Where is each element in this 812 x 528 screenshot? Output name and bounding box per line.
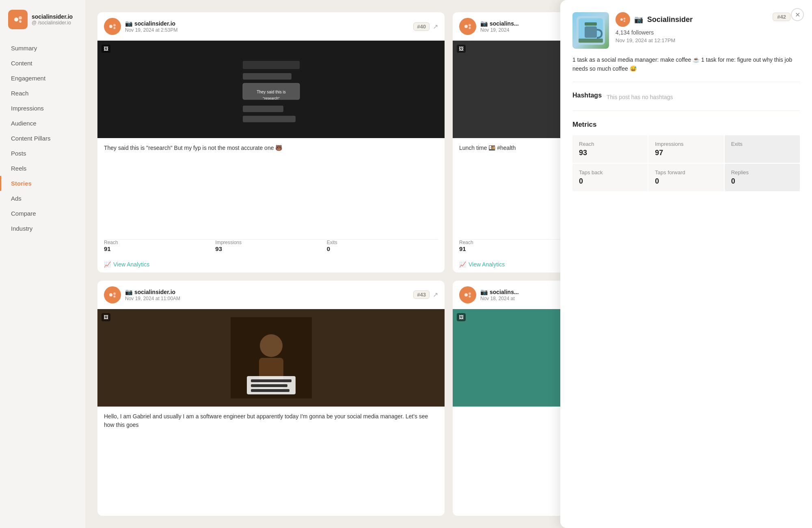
metric-impressions-40: Impressions 93 — [215, 240, 326, 252]
insta-icon-43: 📷 — [125, 288, 133, 296]
svg-point-0 — [14, 17, 18, 22]
detail-header: 📷 Socialinsider 4,134 followers Nov 19, … — [572, 12, 800, 49]
sidebar-item-summary[interactable]: Summary — [0, 41, 85, 56]
metric-exits-40: Exits 0 — [327, 240, 438, 252]
account-date-2: Nov 19, 2024 — [480, 27, 519, 33]
sidebar-item-industry[interactable]: Industry — [0, 221, 85, 236]
svg-point-14 — [464, 25, 468, 28]
sidebar-item-audience[interactable]: Audience — [0, 116, 85, 131]
metrics-cell-exits: Exits — [725, 135, 800, 163]
account-info-2: 📷 socialins... Nov 19, 2024 — [480, 20, 519, 33]
rank-badge-40: #40 — [413, 22, 430, 31]
svg-text:"research": "research" — [263, 96, 279, 100]
account-info-40: 📷 socialinsider.io Nov 19, 2024 at 2:53P… — [125, 20, 177, 33]
sidebar-item-content-pillars[interactable]: Content Pillars — [0, 131, 85, 146]
insta-icon-40: 📷 — [125, 20, 133, 27]
svg-point-24 — [113, 292, 116, 295]
main-content: 📷 socialinsider.io Nov 19, 2024 at 2:53P… — [85, 0, 812, 528]
detail-close-button[interactable]: ✕ — [791, 8, 804, 21]
detail-followers: 4,134 followers — [615, 29, 693, 36]
svg-point-46 — [620, 18, 623, 21]
svg-point-48 — [624, 20, 625, 22]
account-name-43: 📷 socialinsider.io — [125, 288, 180, 296]
svg-point-5 — [114, 27, 116, 29]
sidebar-item-reels[interactable]: Reels — [0, 161, 85, 176]
logo-icon — [8, 10, 28, 29]
external-link-icon-43[interactable]: ↗ — [433, 291, 438, 299]
svg-point-2 — [19, 20, 22, 23]
account-date-43: Nov 19, 2024 at 11:00AM — [125, 296, 180, 301]
detail-description: 1 task as a social media manager: make c… — [572, 55, 800, 82]
svg-point-25 — [114, 295, 116, 297]
metrics-value-impressions: 97 — [655, 149, 717, 157]
detail-rank-badge: #42 — [773, 13, 790, 21]
sidebar-item-engagement[interactable]: Engagement — [0, 71, 85, 86]
svg-rect-13 — [243, 116, 296, 122]
card-header-40: 📷 socialinsider.io Nov 19, 2024 at 2:53P… — [97, 12, 445, 41]
story-card-43: 📷 socialinsider.io Nov 19, 2024 at 11:00… — [97, 281, 445, 516]
analytics-icon-40: 📈 — [104, 261, 111, 268]
image-type-icon-2: 🖼 — [457, 45, 466, 53]
sidebar-item-posts[interactable]: Posts — [0, 146, 85, 161]
image-type-icon-4: 🖼 — [457, 313, 466, 321]
image-type-icon-40: 🖼 — [102, 45, 110, 53]
svg-rect-7 — [243, 61, 300, 69]
metrics-label-impressions: Impressions — [655, 141, 717, 147]
story-visual-40: They said this is "research" — [97, 41, 445, 138]
external-link-icon-40[interactable]: ↗ — [433, 23, 438, 30]
metrics-label-exits: Exits — [731, 141, 793, 147]
card-header-left-2: 📷 socialins... Nov 19, 2024 — [459, 18, 519, 35]
detail-header-info: 📷 Socialinsider 4,134 followers Nov 19, … — [615, 12, 800, 48]
svg-point-16 — [469, 27, 471, 29]
avatar-43 — [104, 286, 121, 303]
svg-rect-45 — [579, 39, 603, 43]
app-handle: @ /socialinsider.io — [32, 20, 73, 26]
metrics-value-replies: 0 — [731, 177, 793, 186]
svg-rect-32 — [251, 389, 289, 392]
card-header-right-43: #43 ↗ — [413, 290, 438, 299]
card-header-right-40: #40 ↗ — [413, 22, 438, 31]
card-metrics-40: Reach 91 Impressions 93 Exits 0 — [97, 240, 445, 256]
view-analytics-btn-40[interactable]: 📈 View Analytics — [97, 256, 445, 273]
sidebar-item-compare[interactable]: Compare — [0, 206, 85, 221]
sidebar-item-reach[interactable]: Reach — [0, 86, 85, 101]
metrics-label-taps-forward: Taps forward — [655, 169, 717, 175]
sidebar-nav: Summary Content Engagement Reach Impress… — [0, 41, 85, 236]
svg-point-33 — [464, 293, 468, 296]
card-caption-43: Hello, I am Gabriel and usually I am a s… — [97, 407, 445, 516]
metrics-grid: Reach 93 Impressions 97 Exits Taps back … — [572, 135, 800, 191]
account-info-4: 📷 socialins... Nov 18, 2024 at — [480, 288, 519, 301]
account-name-40: 📷 socialinsider.io — [125, 20, 177, 27]
detail-top-row: 📷 Socialinsider 4,134 followers Nov 19, … — [615, 12, 800, 48]
metric-reach-40: Reach 91 — [104, 240, 215, 252]
metrics-value-reach: 93 — [579, 149, 641, 157]
sidebar-item-stories[interactable]: Stories — [0, 176, 85, 191]
avatar-2 — [459, 18, 476, 35]
sidebar-item-ads[interactable]: Ads — [0, 191, 85, 206]
svg-rect-44 — [585, 22, 597, 26]
sidebar-item-content[interactable]: Content — [0, 56, 85, 71]
account-name-2: 📷 socialins... — [480, 20, 519, 27]
detail-panel: ✕ — [560, 0, 812, 528]
svg-point-27 — [260, 334, 283, 357]
metrics-cell-reach: Reach 93 — [572, 135, 648, 163]
detail-account-name: Socialinsider — [647, 15, 693, 24]
card-image-40: 🖼 They said this is "research" — [97, 41, 445, 138]
card-caption-40: They said this is "research" But my fyp … — [97, 138, 445, 239]
account-date-40: Nov 19, 2024 at 2:53PM — [125, 27, 177, 33]
insta-icon-2: 📷 — [480, 20, 488, 27]
card-header-left-43: 📷 socialinsider.io Nov 19, 2024 at 11:00… — [104, 286, 180, 303]
metrics-value-taps-forward: 0 — [655, 177, 717, 186]
story-visual-43 — [97, 309, 445, 407]
avatar-40 — [104, 18, 121, 35]
svg-point-4 — [113, 24, 116, 26]
sidebar-item-impressions[interactable]: Impressions — [0, 101, 85, 116]
svg-text:They said this is: They said this is — [257, 90, 286, 94]
svg-rect-31 — [251, 384, 287, 387]
metrics-label-replies: Replies — [731, 169, 793, 175]
metrics-cell-replies: Replies 0 — [725, 164, 800, 191]
analytics-icon-2: 📈 — [459, 261, 466, 268]
card-image-43: 🖼 — [97, 309, 445, 407]
svg-point-3 — [109, 25, 112, 28]
svg-point-34 — [469, 292, 471, 295]
